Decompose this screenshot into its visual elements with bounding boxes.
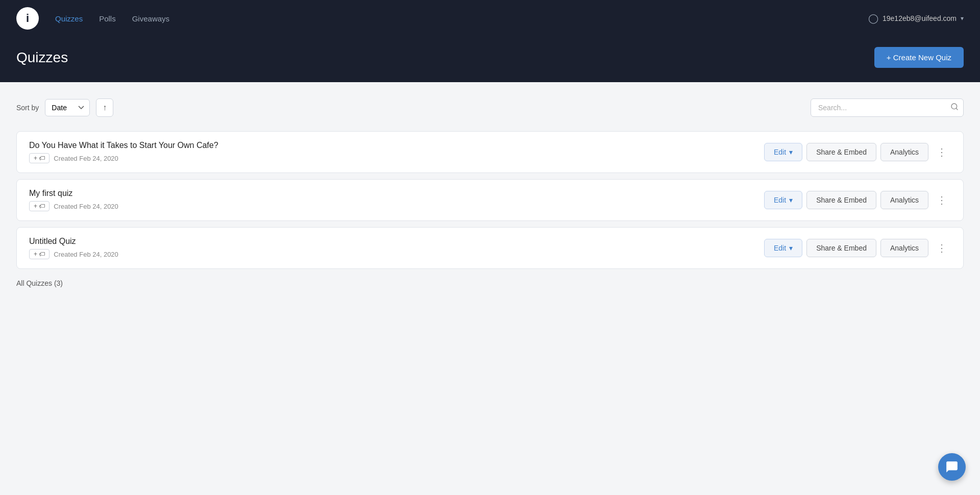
chevron-down-icon: ▾ <box>789 196 793 204</box>
main-content: Sort by Date Name ↑ Do You Have What it … <box>0 82 980 304</box>
tag-button[interactable]: + 🏷 <box>29 249 50 259</box>
chevron-down-icon: ▾ <box>789 148 793 156</box>
quiz-meta: + 🏷 Created Feb 24, 2020 <box>29 153 218 163</box>
user-email: 19e12eb8@uifeed.com <box>883 14 957 22</box>
tag-button[interactable]: + 🏷 <box>29 153 50 163</box>
search-icon <box>950 103 959 111</box>
toolbar: Sort by Date Name ↑ <box>16 98 964 117</box>
analytics-button[interactable]: Analytics <box>880 239 928 257</box>
more-menu-button[interactable]: ⋮ <box>933 240 951 256</box>
quiz-name: Untitled Quiz <box>29 237 118 246</box>
svg-line-1 <box>956 108 958 110</box>
logo-text: i <box>26 12 29 25</box>
quiz-count: All Quizzes (3) <box>16 279 964 287</box>
sort-order-button[interactable]: ↑ <box>96 98 113 117</box>
quiz-meta: + 🏷 Created Feb 24, 2020 <box>29 201 118 211</box>
create-quiz-button[interactable]: + Create New Quiz <box>874 47 964 68</box>
quiz-item: Do You Have What it Takes to Start Your … <box>16 131 964 173</box>
navbar-left: i Quizzes Polls Giveaways <box>16 7 169 30</box>
sort-area: Sort by Date Name ↑ <box>16 98 113 117</box>
edit-button[interactable]: Edit ▾ <box>764 191 802 209</box>
search-button[interactable] <box>950 103 959 113</box>
quiz-meta: + 🏷 Created Feb 24, 2020 <box>29 249 118 259</box>
navbar: i Quizzes Polls Giveaways ◯ 19e12eb8@uif… <box>0 0 980 37</box>
user-menu[interactable]: ◯ 19e12eb8@uifeed.com ▾ <box>868 13 964 24</box>
quiz-name: My first quiz <box>29 189 118 198</box>
page-title: Quizzes <box>16 50 68 66</box>
search-area <box>811 98 964 117</box>
quiz-date: Created Feb 24, 2020 <box>54 155 118 162</box>
nav-quizzes[interactable]: Quizzes <box>55 14 83 23</box>
quiz-list: Do You Have What it Takes to Start Your … <box>16 131 964 275</box>
chevron-down-icon: ▾ <box>789 244 793 252</box>
page-header: Quizzes + Create New Quiz <box>0 37 980 82</box>
nav-polls[interactable]: Polls <box>99 14 116 23</box>
quiz-date: Created Feb 24, 2020 <box>54 251 118 258</box>
quiz-name: Do You Have What it Takes to Start Your … <box>29 141 218 150</box>
sort-label: Sort by <box>16 104 39 112</box>
quiz-date: Created Feb 24, 2020 <box>54 203 118 210</box>
user-icon: ◯ <box>868 13 878 24</box>
search-input[interactable] <box>811 98 964 117</box>
logo[interactable]: i <box>16 7 39 30</box>
chat-icon <box>945 460 959 474</box>
more-menu-button[interactable]: ⋮ <box>933 192 951 208</box>
share-embed-button[interactable]: Share & Embed <box>806 239 876 257</box>
quiz-item: My first quiz + 🏷 Created Feb 24, 2020 E… <box>16 179 964 221</box>
analytics-button[interactable]: Analytics <box>880 191 928 209</box>
quiz-info: My first quiz + 🏷 Created Feb 24, 2020 <box>29 189 118 211</box>
more-menu-button[interactable]: ⋮ <box>933 144 951 160</box>
quiz-info: Do You Have What it Takes to Start Your … <box>29 141 218 163</box>
share-embed-button[interactable]: Share & Embed <box>806 143 876 161</box>
quiz-actions: Edit ▾ Share & Embed Analytics ⋮ <box>764 191 951 209</box>
nav-giveaways[interactable]: Giveaways <box>132 14 169 23</box>
quiz-info: Untitled Quiz + 🏷 Created Feb 24, 2020 <box>29 237 118 259</box>
quiz-actions: Edit ▾ Share & Embed Analytics ⋮ <box>764 239 951 257</box>
quiz-actions: Edit ▾ Share & Embed Analytics ⋮ <box>764 143 951 161</box>
analytics-button[interactable]: Analytics <box>880 143 928 161</box>
quiz-item: Untitled Quiz + 🏷 Created Feb 24, 2020 E… <box>16 227 964 269</box>
edit-button[interactable]: Edit ▾ <box>764 143 802 161</box>
sort-select[interactable]: Date Name <box>45 99 90 116</box>
share-embed-button[interactable]: Share & Embed <box>806 191 876 209</box>
chevron-down-icon: ▾ <box>961 15 964 22</box>
edit-button[interactable]: Edit ▾ <box>764 239 802 257</box>
tag-button[interactable]: + 🏷 <box>29 201 50 211</box>
chat-bubble-button[interactable] <box>938 453 966 481</box>
